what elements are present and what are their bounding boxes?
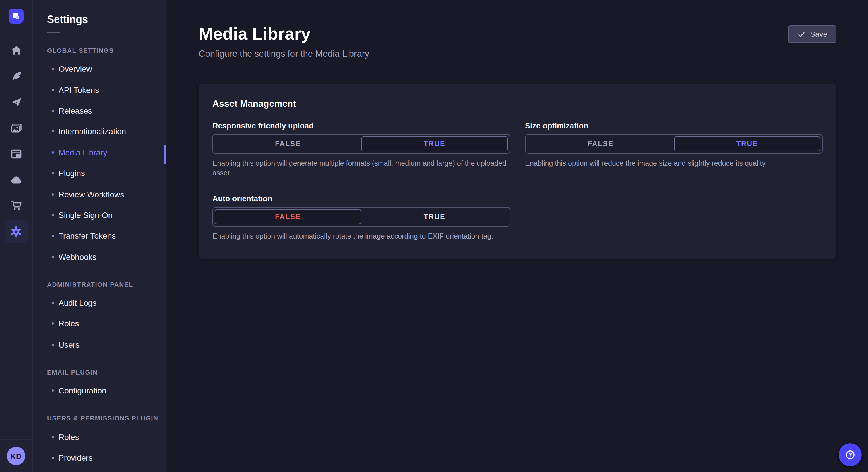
bullet-icon xyxy=(52,256,54,258)
save-button-label: Save xyxy=(810,30,827,38)
section-label-email-plugin: EMAIL PLUGIN xyxy=(47,369,166,376)
rail-divider xyxy=(0,32,32,32)
size-optimization-toggle: FALSE TRUE xyxy=(525,134,823,154)
cart-icon xyxy=(10,200,22,212)
bullet-icon xyxy=(52,302,54,304)
toggle-option-true[interactable]: TRUE xyxy=(361,136,508,151)
bullet-icon xyxy=(52,109,54,112)
sidebar-item-email-configuration[interactable]: Configuration xyxy=(47,380,166,401)
bullet-icon xyxy=(52,68,54,70)
section-label-administration-panel: ADMINISTRATION PANEL xyxy=(47,281,166,288)
sidebar-item-overview[interactable]: Overview xyxy=(47,59,166,79)
toggle-option-false[interactable]: FALSE xyxy=(215,136,361,151)
field-label: Size optimization xyxy=(525,122,823,130)
rail-item-settings[interactable] xyxy=(0,218,32,244)
sidebar-item-transfer-tokens[interactable]: Transfer Tokens xyxy=(47,225,166,246)
sidebar-item-audit-logs[interactable]: Audit Logs xyxy=(47,293,166,313)
field-responsive-friendly-upload: Responsive friendly upload FALSE TRUE En… xyxy=(212,122,510,178)
bullet-icon xyxy=(52,457,54,459)
save-button[interactable]: Save xyxy=(788,25,836,43)
gear-icon xyxy=(10,225,22,238)
bullet-icon xyxy=(52,436,54,438)
sidebar-item-api-tokens[interactable]: API Tokens xyxy=(47,79,166,100)
bullet-icon xyxy=(52,131,54,133)
rail-item-content-type-builder[interactable] xyxy=(0,141,32,167)
pictures-icon xyxy=(10,122,22,134)
bullet-icon xyxy=(52,172,54,174)
settings-subnav: Settings GLOBAL SETTINGS Overview API To… xyxy=(33,0,166,472)
sidebar-item-admin-users[interactable]: Users xyxy=(47,334,166,355)
rail-item-marketplace[interactable] xyxy=(0,193,32,218)
user-avatar[interactable]: KD xyxy=(7,447,25,465)
bullet-icon xyxy=(52,89,54,91)
sidebar-item-internationalization[interactable]: Internationalization xyxy=(47,121,166,142)
rail-item-releases[interactable] xyxy=(0,90,32,115)
field-label: Auto orientation xyxy=(212,194,510,203)
rail-bottom: KD xyxy=(0,439,32,472)
strapi-logo[interactable] xyxy=(9,9,24,24)
sidebar-item-up-providers[interactable]: Providers xyxy=(47,447,166,468)
rail-item-media-library[interactable] xyxy=(0,115,32,141)
toggle-option-true[interactable]: TRUE xyxy=(674,136,820,151)
field-hint: Enabling this option will automatically … xyxy=(212,232,510,241)
sidebar-item-releases[interactable]: Releases xyxy=(47,100,166,121)
field-auto-orientation: Auto orientation FALSE TRUE Enabling thi… xyxy=(212,194,510,241)
field-size-optimization: Size optimization FALSE TRUE Enabling th… xyxy=(525,122,823,178)
page-title: Media Library xyxy=(198,24,836,43)
sidebar-item-media-library[interactable]: Media Library xyxy=(47,142,166,163)
rail-item-content[interactable] xyxy=(0,64,32,90)
field-label: Responsive friendly upload xyxy=(212,122,510,130)
cloud-icon xyxy=(10,173,22,186)
asset-management-panel: Asset Management Responsive friendly upl… xyxy=(198,84,836,258)
check-icon xyxy=(798,30,806,38)
global-settings-list: Overview API Tokens Releases Internation… xyxy=(47,59,166,267)
icon-rail: KD xyxy=(0,0,33,472)
bullet-icon xyxy=(52,343,54,346)
help-button[interactable] xyxy=(839,443,862,466)
field-hint: Enabling this option will reduce the ima… xyxy=(525,159,823,169)
sidebar-item-admin-roles[interactable]: Roles xyxy=(47,313,166,334)
strapi-admin-app: KD Settings GLOBAL SETTINGS Overview API… xyxy=(0,0,868,472)
bullet-icon xyxy=(52,214,54,216)
rail-item-deploy[interactable] xyxy=(0,167,32,193)
sidebar-item-webhooks[interactable]: Webhooks xyxy=(47,246,166,267)
panel-title: Asset Management xyxy=(212,99,823,109)
page-header: Media Library Configure the settings for… xyxy=(166,0,868,59)
toggle-option-false[interactable]: FALSE xyxy=(215,209,361,224)
toggle-option-false[interactable]: FALSE xyxy=(527,136,674,151)
bullet-icon xyxy=(52,323,54,325)
fields-grid: Responsive friendly upload FALSE TRUE En… xyxy=(212,122,823,241)
sidebar-item-plugins[interactable]: Plugins xyxy=(47,163,166,184)
administration-panel-list: Audit Logs Roles Users xyxy=(47,293,166,355)
layout-icon xyxy=(10,148,22,160)
settings-active-tile xyxy=(5,220,28,243)
sidebar-item-review-workflows[interactable]: Review Workflows xyxy=(47,184,166,205)
rail-bottom-divider xyxy=(0,439,32,440)
email-plugin-list: Configuration xyxy=(47,380,166,401)
page-subtitle: Configure the settings for the Media Lib… xyxy=(198,49,836,59)
auto-orientation-toggle: FALSE TRUE xyxy=(212,207,510,227)
bullet-icon xyxy=(52,390,54,392)
users-permissions-list: Roles Providers xyxy=(47,427,166,468)
bullet-icon xyxy=(52,151,54,154)
main-content: Media Library Configure the settings for… xyxy=(166,0,868,472)
responsive-friendly-upload-toggle: FALSE TRUE xyxy=(212,134,510,154)
paper-plane-icon xyxy=(10,96,22,108)
feather-icon xyxy=(10,71,22,82)
toggle-option-true[interactable]: TRUE xyxy=(361,209,508,224)
sidebar-item-single-sign-on[interactable]: Single Sign-On xyxy=(47,204,166,225)
strapi-logo-icon xyxy=(11,11,21,21)
field-hint: Enabling this option will generate multi… xyxy=(212,159,510,178)
rail-item-home[interactable] xyxy=(0,38,32,64)
subnav-title: Settings xyxy=(47,14,166,26)
bullet-icon xyxy=(52,235,54,237)
question-mark-icon xyxy=(844,449,856,461)
bullet-icon xyxy=(52,193,54,195)
section-label-global-settings: GLOBAL SETTINGS xyxy=(47,47,166,54)
sidebar-item-up-roles[interactable]: Roles xyxy=(47,427,166,447)
subnav-title-rule xyxy=(47,32,60,33)
section-label-users-permissions-plugin: USERS & PERMISSIONS PLUGIN xyxy=(47,415,166,422)
rail-nav xyxy=(0,38,32,244)
home-icon xyxy=(10,45,22,57)
